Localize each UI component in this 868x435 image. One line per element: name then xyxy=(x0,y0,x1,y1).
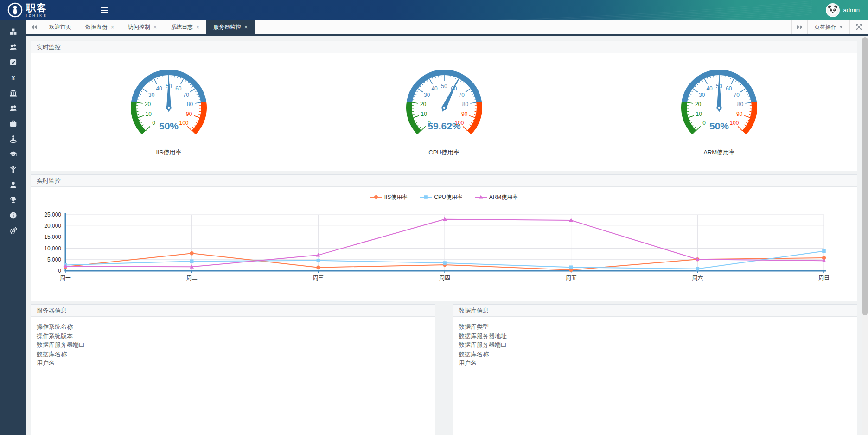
gauge: 010203040506070809010050% IIS使用率 xyxy=(31,64,306,171)
svg-text:80: 80 xyxy=(737,101,744,108)
svg-text:30: 30 xyxy=(424,92,430,98)
database-info-field: 数据库服务器端口 xyxy=(459,340,851,350)
chart-legend: IIS使用率 CPU使用率 ARM使用率 xyxy=(31,192,857,202)
scrollbar-thumb[interactable] xyxy=(862,37,868,315)
server-info-panel: 服务器信息 操作系统名称操作系统版本数据库服务器端口数据库名称用户名 xyxy=(31,304,435,435)
server-info-field: 数据库名称 xyxy=(37,350,429,359)
svg-text:80: 80 xyxy=(187,101,193,108)
sidebar-item[interactable] xyxy=(0,85,26,101)
sidebar-item[interactable] xyxy=(0,24,26,39)
database-info-title: 数据库信息 xyxy=(453,305,857,317)
navbar-decor-curves xyxy=(460,0,812,20)
svg-text:30: 30 xyxy=(699,92,705,98)
chevron-down-icon xyxy=(839,26,843,28)
sidebar-item[interactable] xyxy=(0,55,26,70)
tab-close-icon[interactable]: × xyxy=(111,25,114,30)
svg-text:60: 60 xyxy=(175,85,182,92)
yen-icon: ¥ xyxy=(9,74,17,82)
svg-text:周日: 周日 xyxy=(818,275,830,281)
sidebar-item[interactable] xyxy=(0,177,26,192)
logo-tie-icon xyxy=(7,2,23,18)
main-layout: ¥ 欢迎首页 数据备份 × xyxy=(0,20,868,435)
sidebar-item[interactable] xyxy=(0,192,26,208)
svg-text:50%: 50% xyxy=(709,121,729,131)
gauge-title: IIS使用率 xyxy=(31,148,306,157)
svg-text:15,000: 15,000 xyxy=(44,234,61,240)
users-icon xyxy=(9,43,17,51)
svg-text:70: 70 xyxy=(734,92,740,98)
database-info-field: 数据库名称 xyxy=(459,350,851,359)
legend-marker-triangle xyxy=(475,195,487,199)
server-info-title: 服务器信息 xyxy=(31,305,435,317)
gauge-title: ARM使用率 xyxy=(581,148,857,157)
svg-text:59.62%: 59.62% xyxy=(428,121,461,131)
svg-text:10,000: 10,000 xyxy=(44,245,61,252)
username-label: admin xyxy=(843,6,860,13)
tab-operations-dropdown[interactable]: 页签操作 xyxy=(807,20,849,34)
street-view-icon xyxy=(9,135,17,143)
svg-text:40: 40 xyxy=(156,85,162,92)
tabs-scroll-left-button[interactable] xyxy=(26,20,42,34)
graduation-cap-icon xyxy=(9,150,17,158)
page-area: 欢迎首页 数据备份 × 访问控制 × 系统日志 × 服务器监控 × 页签操作 xyxy=(26,20,868,435)
sidebar-item[interactable] xyxy=(0,116,26,131)
svg-text:0: 0 xyxy=(58,268,61,274)
tab-0[interactable]: 欢迎首页 xyxy=(42,20,78,34)
tab-close-icon[interactable]: × xyxy=(244,25,248,30)
sidebar-item[interactable] xyxy=(0,208,26,223)
svg-text:周五: 周五 xyxy=(566,275,577,281)
legend-item[interactable]: CPU使用率 xyxy=(420,193,462,201)
sidebar-item[interactable] xyxy=(0,39,26,55)
trophy-icon xyxy=(9,196,17,204)
tab-2[interactable]: 访问控制 × xyxy=(121,20,164,34)
fullscreen-button[interactable] xyxy=(849,20,868,34)
legend-item[interactable]: IIS使用率 xyxy=(370,193,408,201)
svg-text:50: 50 xyxy=(441,83,447,90)
chart-panel: 实时监控 IIS使用率 CPU使用率 ARM使用率 05,00010,00015… xyxy=(31,174,857,301)
svg-text:90: 90 xyxy=(461,111,468,117)
sidebar-item[interactable] xyxy=(0,131,26,147)
tabs-scroll-right-button[interactable] xyxy=(791,20,807,34)
sidebar-item[interactable] xyxy=(0,147,26,162)
svg-text:¥: ¥ xyxy=(11,74,15,82)
svg-text:周四: 周四 xyxy=(439,275,450,281)
database-info-field: 数据库服务器地址 xyxy=(459,332,851,341)
tab-1[interactable]: 数据备份 × xyxy=(78,20,121,34)
svg-text:70: 70 xyxy=(183,92,189,98)
tab-close-icon[interactable]: × xyxy=(153,25,157,30)
app-root: 职客 IZHIKE admin xyxy=(0,0,868,435)
tab-3[interactable]: 系统日志 × xyxy=(164,20,206,34)
svg-text:40: 40 xyxy=(431,85,438,92)
info-row: 服务器信息 操作系统名称操作系统版本数据库服务器端口数据库名称用户名 数据库信息… xyxy=(31,304,857,435)
server-info-field: 操作系统版本 xyxy=(37,332,429,341)
svg-text:80: 80 xyxy=(462,101,468,108)
logo-title: 职客 xyxy=(26,3,48,13)
sidebar-item[interactable] xyxy=(0,101,26,116)
legend-item[interactable]: ARM使用率 xyxy=(475,193,518,201)
gauge-title: CPU使用率 xyxy=(306,148,582,157)
tab-4[interactable]: 服务器监控 × xyxy=(206,20,255,34)
app-logo[interactable]: 职客 IZHIKE xyxy=(0,2,48,18)
svg-text:0: 0 xyxy=(152,120,155,126)
svg-text:90: 90 xyxy=(736,111,743,117)
content-area: 实时监控 010203040506070809010050% IIS使用率 01… xyxy=(26,36,868,435)
sidebar-item[interactable] xyxy=(0,162,26,177)
svg-text:40: 40 xyxy=(707,85,713,92)
legend-marker-square xyxy=(420,195,432,199)
svg-text:70: 70 xyxy=(458,92,465,98)
svg-text:100: 100 xyxy=(179,120,188,126)
user-menu[interactable]: admin xyxy=(826,3,868,17)
svg-text:20: 20 xyxy=(420,101,426,108)
menu-toggle-icon[interactable] xyxy=(96,3,112,17)
user-icon xyxy=(9,181,17,189)
sidebar-item[interactable] xyxy=(0,223,26,238)
avatar xyxy=(826,3,840,17)
svg-text:25,000: 25,000 xyxy=(44,211,61,218)
vertical-scrollbar[interactable] xyxy=(862,36,868,435)
tab-close-icon[interactable]: × xyxy=(196,25,199,30)
svg-text:周一: 周一 xyxy=(60,275,71,281)
info-icon xyxy=(9,211,17,219)
database-info-panel: 数据库信息 数据库类型数据库服务器地址数据库服务器端口数据库名称用户名 xyxy=(453,304,857,435)
sidebar-item[interactable]: ¥ xyxy=(0,70,26,85)
chart-panel-title: 实时监控 xyxy=(31,175,857,187)
